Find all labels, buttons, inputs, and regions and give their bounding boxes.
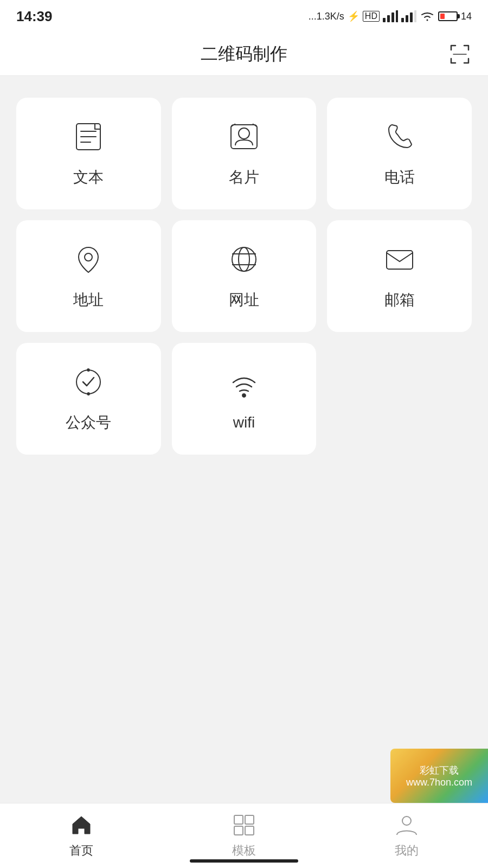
svg-rect-5 xyxy=(406,15,408,22)
url-icon xyxy=(227,242,261,277)
home-icon xyxy=(69,813,93,839)
svg-rect-28 xyxy=(245,826,254,835)
nav-item-template[interactable]: 模板 xyxy=(163,803,325,868)
svg-point-16 xyxy=(232,247,256,271)
template-nav-label: 模板 xyxy=(232,843,256,859)
svg-rect-20 xyxy=(387,251,413,269)
profile-icon xyxy=(395,813,419,839)
qr-type-grid: 文本 名片 xyxy=(16,98,472,455)
svg-point-29 xyxy=(402,816,411,825)
svg-rect-26 xyxy=(245,815,254,824)
battery-icon xyxy=(438,11,458,21)
watermark: 彩虹下载www.7hon.com xyxy=(390,749,488,803)
svg-rect-4 xyxy=(401,18,404,22)
card-label: 名片 xyxy=(229,167,259,188)
template-icon xyxy=(232,813,256,839)
email-icon xyxy=(382,242,417,277)
grid-item-wechat[interactable]: 公众号 xyxy=(16,343,161,455)
status-time: 14:39 xyxy=(16,8,53,25)
grid-item-wifi[interactable]: wifi xyxy=(172,343,317,455)
wechat-icon xyxy=(71,365,106,399)
nav-item-home[interactable]: 首页 xyxy=(0,803,163,868)
grid-item-email[interactable]: 邮箱 xyxy=(327,220,472,332)
svg-point-24 xyxy=(242,394,246,397)
text-icon xyxy=(71,119,106,154)
svg-rect-2 xyxy=(391,12,394,22)
home-nav-label: 首页 xyxy=(69,843,93,859)
hd-badge: HD xyxy=(363,11,380,22)
svg-point-22 xyxy=(87,369,89,371)
status-icons: ...1.3K/s ⚡ HD 14 xyxy=(309,10,472,22)
grid-item-text[interactable]: 文本 xyxy=(16,98,161,209)
phone-label: 电话 xyxy=(384,167,415,188)
phone-icon xyxy=(382,119,417,154)
status-bar: 14:39 ...1.3K/s ⚡ HD 14 xyxy=(0,0,488,33)
signal-icon xyxy=(383,10,398,22)
svg-rect-27 xyxy=(234,826,243,835)
battery-level: 14 xyxy=(461,11,472,22)
signal-icon-2 xyxy=(401,10,416,22)
email-label: 邮箱 xyxy=(384,290,415,310)
wifi-status-icon xyxy=(420,10,435,22)
svg-rect-6 xyxy=(410,12,413,22)
address-icon xyxy=(71,242,106,277)
svg-rect-3 xyxy=(396,10,398,22)
grid-item-address[interactable]: 地址 xyxy=(16,220,161,332)
url-label: 网址 xyxy=(229,290,259,310)
main-content: 文本 名片 xyxy=(0,76,488,471)
svg-point-14 xyxy=(239,128,249,139)
home-indicator xyxy=(190,859,298,863)
nav-item-profile[interactable]: 我的 xyxy=(325,803,488,868)
wifi-label: wifi xyxy=(233,414,255,431)
svg-point-17 xyxy=(239,247,249,271)
grid-item-url[interactable]: 网址 xyxy=(172,220,317,332)
svg-rect-0 xyxy=(383,18,386,22)
svg-rect-1 xyxy=(387,15,390,22)
bluetooth-icon: ⚡ xyxy=(348,10,359,22)
network-speed: ...1.3K/s xyxy=(309,11,344,22)
scan-button[interactable] xyxy=(448,42,472,66)
grid-item-phone[interactable]: 电话 xyxy=(327,98,472,209)
title-bar: 二维码制作 xyxy=(0,33,488,76)
wifi-icon xyxy=(227,366,261,401)
text-label: 文本 xyxy=(73,167,104,188)
wechat-label: 公众号 xyxy=(66,412,111,433)
watermark-text: 彩虹下载www.7hon.com xyxy=(406,764,472,788)
svg-rect-7 xyxy=(414,10,416,22)
page-title: 二维码制作 xyxy=(201,42,287,66)
svg-point-15 xyxy=(85,253,92,261)
svg-rect-25 xyxy=(234,815,243,824)
card-icon xyxy=(227,119,261,154)
svg-point-23 xyxy=(87,393,89,395)
address-label: 地址 xyxy=(73,290,104,310)
bottom-nav: 首页 模板 我的 xyxy=(0,803,488,868)
profile-nav-label: 我的 xyxy=(395,843,419,859)
grid-item-card[interactable]: 名片 xyxy=(172,98,317,209)
svg-point-21 xyxy=(76,370,100,394)
